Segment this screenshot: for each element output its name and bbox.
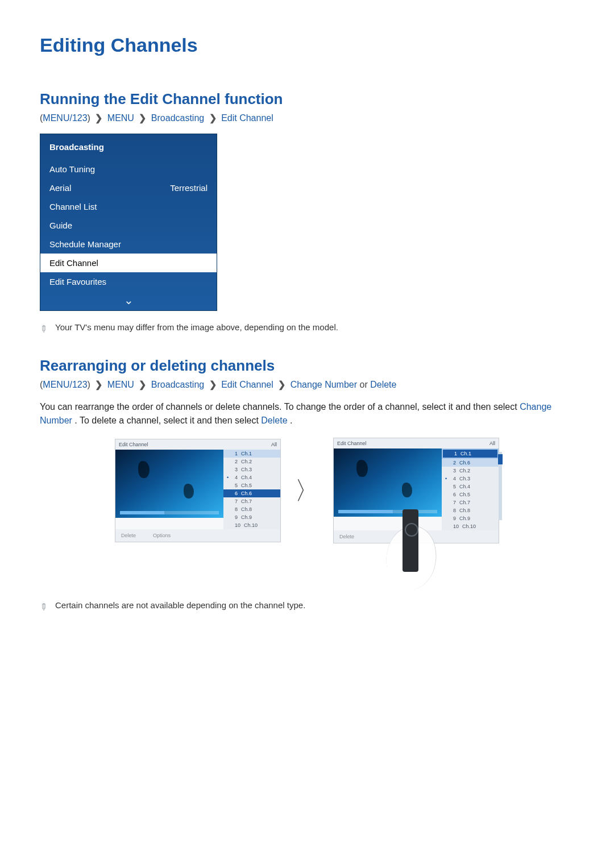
channel-name: Ch.3 [241,467,252,472]
section2-nav: (MENU/123) ❯ MENU ❯ Broadcasting ❯ Edit … [40,379,574,390]
channel-mark [445,468,450,474]
footer-button[interactable]: Options [153,533,171,538]
menu-row-aerial[interactable]: Aerial Terrestrial [40,178,217,197]
nav-root: MENU/123 [43,380,87,389]
channel-name: Ch.8 [241,506,252,512]
channel-number: 7 [235,499,238,504]
chevron-right-icon: 〉 [294,474,320,508]
nav-part-delete: Delete [370,380,396,389]
channel-name: Ch.1 [460,451,471,456]
channel-number: 5 [453,484,456,489]
nav-part-broadcasting: Broadcasting [151,380,204,389]
chevron-right-icon: ❯ [207,380,219,389]
screenshot-pair: Edit Channel All 1Ch.12Ch.23Ch.3•4Ch.45C… [40,438,574,543]
channel-name: Ch.4 [459,484,470,489]
nav-part-menu: MENU [107,380,134,389]
channel-mark [227,459,231,464]
body-seg: You can rearrange the order of channels … [40,402,520,412]
channel-mark [227,522,231,528]
broadcasting-menu: Broadcasting Auto Tuning Aerial Terrestr… [40,134,217,311]
nav-suffix: ) [88,113,90,123]
channel-mark [445,492,450,497]
scrollbar[interactable] [499,452,502,520]
channel-row[interactable]: •4Ch.4 [223,474,280,481]
chevron-down-icon[interactable]: ⌄ [40,291,217,310]
channel-mark [227,506,231,512]
shot-tab: All [489,441,495,446]
channel-mark: • [227,475,231,480]
channel-row[interactable]: 8Ch.8 [442,506,499,514]
channel-number: 10 [453,524,459,529]
channel-row[interactable]: 1Ch.1 [442,448,499,459]
shot-title: Edit Channel [337,441,367,446]
channel-row[interactable]: 2Ch.2 [223,458,280,466]
screenshot-before: Edit Channel All 1Ch.12Ch.23Ch.3•4Ch.45C… [115,439,281,542]
remote-hand-illustration [385,509,448,589]
channel-number: 5 [235,483,238,488]
remote-icon [403,509,418,572]
menu-label: Auto Tuning [49,164,95,174]
channel-mark [445,460,450,466]
menu-row-edit-favourites[interactable]: Edit Favourites [40,272,217,291]
channel-row[interactable]: 7Ch.7 [442,499,499,506]
channel-row[interactable]: 3Ch.3 [223,466,280,474]
section2-title: Rearranging or deleting channels [40,357,574,375]
note-text: Your TV's menu may differ from the image… [55,322,338,332]
channel-row[interactable]: 5Ch.4 [442,483,499,491]
nav-root: MENU/123 [43,113,87,123]
nav-part-menu: MENU [107,113,134,123]
channel-name: Ch.9 [459,516,470,521]
channel-name: Ch.6 [459,460,470,466]
channel-row[interactable]: •4Ch.3 [442,475,499,483]
menu-label: Edit Favourites [49,277,106,286]
channel-row[interactable]: 5Ch.5 [223,481,280,489]
video-preview [115,450,223,518]
channel-number: 8 [235,506,238,512]
channel-row[interactable]: 6Ch.6 [223,489,280,497]
chevron-right-icon: ❯ [207,113,219,123]
channel-name: Ch.5 [241,483,252,488]
menu-label: Schedule Manager [49,239,121,249]
menu-row-guide[interactable]: Guide [40,216,217,235]
channel-row[interactable]: 9Ch.9 [442,514,499,522]
pencil-icon: ✎ [37,322,50,335]
channel-number: 9 [453,516,456,521]
channel-row[interactable]: 8Ch.8 [223,505,280,513]
channel-mark: • [445,476,450,481]
page-title: Editing Channels [40,34,574,56]
menu-row-channel-list[interactable]: Channel List [40,197,217,216]
channel-name: Ch.10 [244,522,258,528]
footer-button[interactable]: Delete [339,534,354,539]
channel-number: 1 [454,451,457,456]
menu-row-auto-tuning[interactable]: Auto Tuning [40,160,217,178]
note-text: Certain channels are not available depen… [55,600,305,610]
chevron-right-icon: ❯ [93,113,105,123]
channel-row[interactable]: 2Ch.6 [442,459,499,467]
channel-number: 9 [235,514,238,520]
channel-row[interactable]: 6Ch.5 [442,491,499,499]
channel-row[interactable]: 10Ch.10 [223,521,280,529]
progress-bar[interactable] [120,511,219,514]
section1-nav: (MENU/123) ❯ MENU ❯ Broadcasting ❯ Edit … [40,113,574,123]
channel-row[interactable]: 7Ch.7 [223,497,280,505]
channel-list: 1Ch.12Ch.23Ch.3•4Ch.45Ch.56Ch.67Ch.78Ch.… [223,450,280,529]
channel-row[interactable]: 1Ch.1 [223,450,280,458]
channel-number: 2 [453,460,456,466]
menu-label: Channel List [49,202,97,211]
footer-button[interactable]: Delete [121,533,136,538]
nav-part-edit-channel: Edit Channel [221,380,273,389]
menu-row-schedule-manager[interactable]: Schedule Manager [40,235,217,254]
channel-mark [227,491,231,496]
section2-body: You can rearrange the order of channels … [40,400,574,427]
nav-suffix: ) [88,380,90,389]
nav-part-broadcasting: Broadcasting [151,113,204,123]
scrollbar-thumb[interactable] [498,454,503,464]
channel-row[interactable]: 9Ch.9 [223,513,280,521]
channel-row[interactable]: 10Ch.10 [442,522,499,530]
channel-name: Ch.7 [241,499,252,504]
channel-name: Ch.2 [241,459,252,464]
channel-number: 8 [453,508,456,513]
channel-row[interactable]: 3Ch.2 [442,467,499,475]
menu-row-edit-channel[interactable]: Edit Channel [40,254,217,272]
section1-title: Running the Edit Channel function [40,90,574,108]
